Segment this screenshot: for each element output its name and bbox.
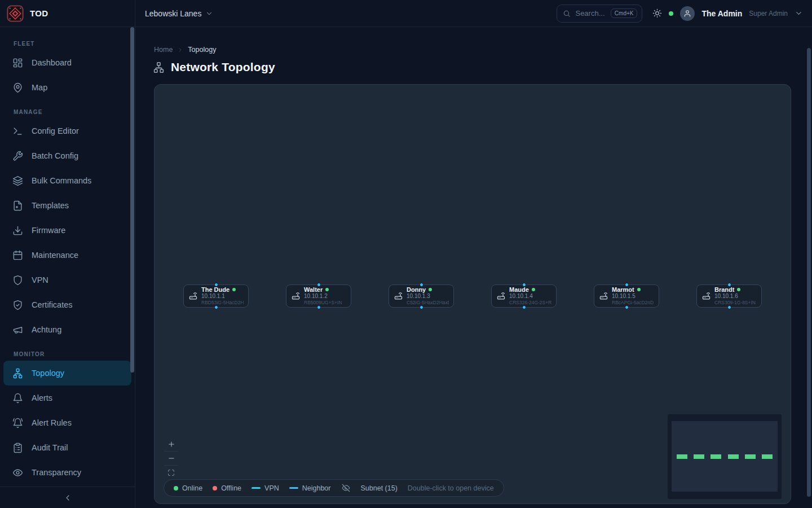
shield-check-icon	[12, 300, 23, 310]
node-status-dot	[325, 288, 329, 291]
bell-icon	[12, 393, 23, 404]
connection-handle-top[interactable]	[522, 283, 526, 287]
node-status-dot	[429, 288, 432, 291]
user-role: Super Admin	[749, 10, 788, 17]
workspace-switcher[interactable]: Lebowski Lanes	[135, 9, 213, 18]
minimap-node	[710, 454, 721, 459]
sidebar-item-audit-trail[interactable]: Audit Trail	[3, 435, 131, 460]
minimap-node	[745, 454, 756, 459]
user-icon	[683, 10, 691, 17]
wrench-icon	[12, 151, 23, 161]
nav-section-title: FLEET	[0, 35, 135, 50]
sidebar-item-label: Bulk Commands	[32, 176, 91, 185]
sidebar-item-label: Audit Trail	[32, 443, 68, 452]
fit-view-button[interactable]	[164, 465, 178, 479]
topology-canvas[interactable]: The Dude10.10.1.1RBD53iG-5HacD2HnDWalter…	[154, 84, 791, 504]
node-ip: 10.10.1.4	[509, 293, 551, 300]
legend-subnet-label[interactable]: Subnet (15)	[360, 484, 397, 492]
connection-handle-bottom[interactable]	[420, 305, 423, 309]
zoom-in-button[interactable]	[164, 437, 178, 451]
legend-online: Online	[174, 484, 202, 492]
device-node-maude[interactable]: Maude10.10.1.4CRS326-24G-2S+RM	[491, 284, 557, 308]
connection-handle-top[interactable]	[420, 283, 423, 287]
online-dot	[174, 486, 178, 491]
sidebar-item-label: Batch Config	[32, 151, 78, 160]
sidebar-item-achtung[interactable]: Achtung	[3, 317, 131, 342]
sidebar-item-alert-rules[interactable]: Alert Rules	[3, 410, 131, 435]
sidebar-item-label: Achtung	[32, 325, 61, 334]
sidebar-item-map[interactable]: Map	[3, 75, 131, 100]
sidebar-item-dashboard[interactable]: Dashboard	[3, 50, 131, 75]
sidebar-item-batch-config[interactable]: Batch Config	[3, 143, 131, 168]
avatar[interactable]	[680, 6, 695, 21]
page-title: Network Topology	[171, 60, 275, 74]
sidebar-item-vpn[interactable]: VPN	[3, 268, 131, 292]
breadcrumb: Home Topology	[154, 46, 216, 54]
minimap-node	[728, 454, 739, 459]
sidebar-item-certificates[interactable]: Certificates	[3, 292, 131, 317]
node-status-dot	[532, 288, 535, 291]
sidebar-item-alerts[interactable]: Alerts	[3, 386, 131, 410]
node-ip: 10.10.1.1	[201, 293, 244, 300]
eye-off-icon[interactable]	[342, 484, 350, 492]
legend-online-label: Online	[182, 484, 202, 492]
node-status-dot	[232, 288, 236, 291]
connection-handle-bottom[interactable]	[214, 305, 218, 309]
node-ip: 10.10.1.2	[304, 293, 342, 300]
device-node-the-dude[interactable]: The Dude10.10.1.1RBD53iG-5HacD2HnD	[183, 284, 249, 308]
device-node-walter[interactable]: Walter10.10.1.2RB5009UG+S+IN	[286, 284, 351, 308]
connection-handle-bottom[interactable]	[625, 305, 629, 309]
connection-handle-top[interactable]	[727, 283, 731, 287]
minimap[interactable]	[668, 414, 782, 499]
chevron-right-icon	[177, 47, 183, 53]
node-status-dot	[737, 288, 740, 291]
connection-handle-bottom[interactable]	[522, 305, 526, 309]
brand-logo-icon	[7, 5, 24, 22]
node-model: C52iG-5HaxD2HaxD-US	[407, 300, 449, 306]
device-node-brandt[interactable]: Brandt10.10.1.6CRS309-1G-8S+IN	[696, 284, 762, 308]
calendar-icon	[12, 250, 23, 261]
user-menu-chevron-icon[interactable]	[795, 9, 803, 17]
sidebar-item-transparency[interactable]: Transparency	[3, 460, 131, 485]
search-input[interactable]: Search... Cmd+K	[557, 5, 642, 23]
search-icon	[563, 10, 571, 17]
sidebar-collapse-button[interactable]	[63, 493, 72, 502]
sidebar-item-templates[interactable]: Templates	[3, 193, 131, 218]
breadcrumb-home[interactable]: Home	[154, 46, 173, 54]
vpn-line-swatch	[251, 487, 261, 489]
theme-toggle-sun-icon[interactable]	[652, 8, 662, 18]
connection-handle-top[interactable]	[214, 283, 218, 287]
dashboard-icon	[12, 58, 23, 68]
sidebar-item-bulk-commands[interactable]: Bulk Commands	[3, 168, 131, 193]
sidebar-scrollbar[interactable]	[130, 27, 134, 373]
sidebar-item-maintenance[interactable]: Maintenance	[3, 243, 131, 268]
connection-handle-top[interactable]	[625, 283, 629, 287]
sidebar-item-topology[interactable]: Topology	[3, 361, 131, 386]
legend-neighbor: Neighbor	[289, 484, 331, 492]
connection-handle-top[interactable]	[317, 283, 321, 287]
logo-block[interactable]: TOD	[0, 0, 135, 27]
shield-icon	[12, 275, 23, 286]
device-node-donny[interactable]: Donny10.10.1.3C52iG-5HaxD2HaxD-US	[389, 284, 454, 308]
connection-handle-bottom[interactable]	[317, 305, 321, 309]
connection-handle-bottom[interactable]	[727, 305, 731, 309]
node-model: CRS309-1G-8S+IN	[714, 300, 756, 306]
sidebar-nav: FLEETDashboardMapMANAGEConfig EditorBatc…	[0, 27, 135, 487]
search-placeholder: Search...	[575, 9, 606, 17]
legend-vpn-label: VPN	[264, 484, 279, 492]
sidebar-item-label: Config Editor	[32, 126, 79, 135]
node-model: RB5009UG+S+IN	[304, 300, 342, 306]
page-scrollbar[interactable]	[807, 48, 811, 497]
layers-icon	[12, 176, 23, 186]
router-icon	[599, 291, 608, 301]
main-content: Home Topology Network Topology The Dude1…	[135, 27, 812, 508]
app-root: TOD Lebowski Lanes Search... Cmd+K The A…	[0, 0, 812, 508]
node-ip: 10.10.1.3	[407, 293, 449, 300]
sidebar-item-label: Templates	[32, 201, 69, 210]
sidebar-item-config-editor[interactable]: Config Editor	[3, 119, 131, 143]
node-model: RBcAPGi-5acD2nD	[612, 300, 654, 306]
sidebar-item-firmware[interactable]: Firmware	[3, 218, 131, 243]
device-node-marmot[interactable]: Marmot10.10.1.5RBcAPGi-5acD2nD	[594, 284, 659, 308]
node-name: Maude	[509, 286, 529, 293]
zoom-out-button[interactable]	[164, 451, 178, 465]
